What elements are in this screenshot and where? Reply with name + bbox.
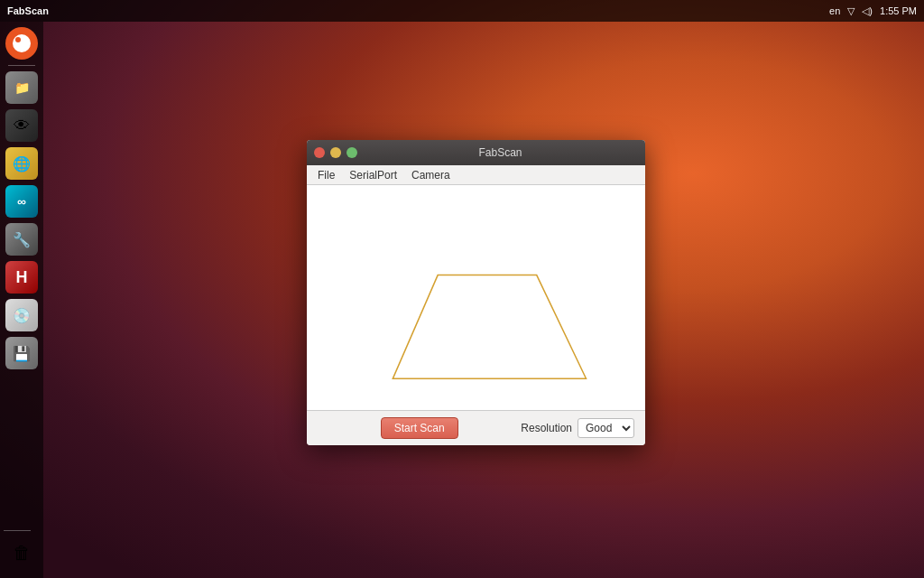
launcher-icon-browser[interactable]: 🌐 xyxy=(4,145,40,182)
window-maximize-button[interactable] xyxy=(346,147,357,158)
window-titlebar: FabScan xyxy=(307,140,645,165)
top-panel: FabScan en ▽ ◁) 1:55 PM xyxy=(0,0,924,22)
scan-preview-canvas xyxy=(307,185,645,410)
volume-icon: ◁) xyxy=(862,5,873,17)
launcher-icon-trash[interactable]: 🗑 xyxy=(4,535,40,571)
launcher-icon-arduino[interactable]: ∞ xyxy=(4,183,40,219)
window-footer: Start Scan Resolution Good Better Best xyxy=(307,411,645,445)
launcher-icon-tool[interactable]: 🔧 xyxy=(4,221,40,257)
system-tray: en ▽ ◁) 1:55 PM xyxy=(829,5,917,17)
svg-rect-0 xyxy=(308,185,645,410)
menu-camera[interactable]: Camera xyxy=(404,165,457,185)
launcher-separator-1 xyxy=(8,65,35,66)
wifi-icon: ▽ xyxy=(847,5,855,17)
window-minimize-button[interactable] xyxy=(330,147,341,158)
footer-right: Resolution Good Better Best xyxy=(521,418,634,438)
fabscan-window: FabScan File SerialPort Camera Start Sca… xyxy=(307,140,645,445)
resolution-label: Resolution xyxy=(521,422,572,434)
launcher-icon-gimp[interactable]: 👁 xyxy=(4,107,40,144)
menu-file[interactable]: File xyxy=(310,165,342,185)
start-scan-button[interactable]: Start Scan xyxy=(381,417,458,439)
keyboard-indicator: en xyxy=(829,5,840,16)
launcher-trash-area: 🗑 xyxy=(4,528,40,571)
window-content-area xyxy=(307,185,645,411)
launcher-icon-app1[interactable]: H xyxy=(4,259,40,295)
window-menubar: File SerialPort Camera xyxy=(307,165,645,185)
launcher-icon-app2[interactable]: 💿 xyxy=(4,297,40,333)
window-title: FabScan xyxy=(363,146,638,159)
menu-serialport[interactable]: SerialPort xyxy=(342,165,404,185)
launcher-icon-ubuntu[interactable] xyxy=(4,25,40,61)
launcher-sidebar: 📁 👁 🌐 ∞ 🔧 H xyxy=(0,22,43,578)
clock: 1:55 PM xyxy=(880,5,917,16)
launcher-separator-2 xyxy=(4,530,31,531)
launcher-icon-files[interactable]: 📁 xyxy=(4,70,40,106)
footer-left: Start Scan xyxy=(318,417,521,439)
window-close-button[interactable] xyxy=(314,147,325,158)
resolution-select[interactable]: Good Better Best xyxy=(578,418,634,438)
app-name-label: FabScan xyxy=(7,5,49,16)
desktop: FabScan en ▽ ◁) 1:55 PM 📁 👁 xyxy=(0,0,924,578)
launcher-icon-app3[interactable]: 💾 xyxy=(4,335,40,371)
